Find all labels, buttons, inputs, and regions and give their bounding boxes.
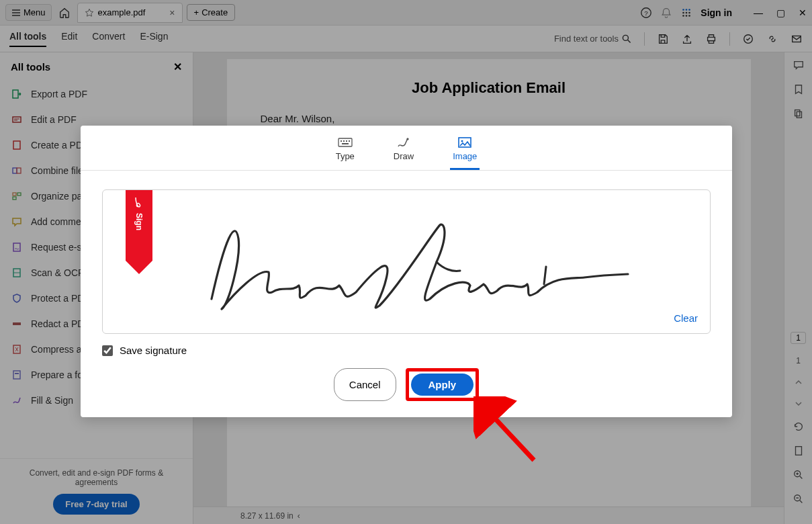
modal-tab-draw[interactable]: Draw (391, 132, 416, 170)
clear-button[interactable]: Clear (674, 312, 698, 324)
image-icon (457, 136, 472, 148)
sign-ribbon: Sign (126, 190, 152, 261)
ribbon-text: Sign (134, 213, 144, 230)
highlight-annotation: Apply (406, 368, 480, 401)
modal-tab-label: Draw (394, 151, 414, 161)
modal-tab-label: Type (336, 151, 355, 161)
pen-icon (396, 136, 411, 148)
save-signature-label: Save signature (120, 345, 187, 356)
save-signature-checkbox[interactable] (102, 345, 113, 356)
svg-rect-36 (346, 140, 347, 142)
signature-modal: Type Draw Image Sign Clear Save signatur… (81, 126, 732, 417)
svg-point-40 (461, 140, 463, 142)
svg-rect-35 (343, 140, 345, 142)
signature-preview-area: Sign Clear (102, 189, 711, 334)
signature-image (171, 205, 641, 319)
svg-rect-33 (339, 138, 352, 146)
apply-button[interactable]: Apply (411, 374, 474, 396)
cancel-button[interactable]: Cancel (334, 368, 396, 401)
modal-tab-type[interactable]: Type (333, 132, 357, 170)
modal-tab-label: Image (453, 151, 477, 161)
modal-tab-image[interactable]: Image (450, 132, 480, 170)
svg-rect-34 (341, 140, 342, 142)
svg-rect-38 (342, 143, 349, 144)
keyboard-icon (338, 136, 353, 148)
svg-rect-37 (349, 140, 350, 142)
